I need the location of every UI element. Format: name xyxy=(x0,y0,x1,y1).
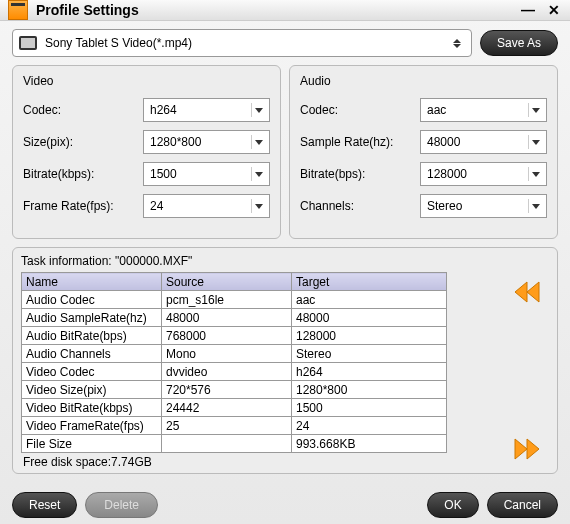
video-codec-label: Codec: xyxy=(23,103,143,117)
next-task-button[interactable] xyxy=(511,435,543,463)
audio-samplerate-dropdown[interactable]: 48000 xyxy=(420,130,547,154)
table-cell: 993.668KB xyxy=(292,435,447,453)
table-cell: 25 xyxy=(162,417,292,435)
table-row: Video Size(pix)720*5761280*800 xyxy=(22,381,447,399)
task-info-panel: Task information: "000000.MXF" NameSourc… xyxy=(12,247,558,474)
audio-channels-dropdown[interactable]: Stereo xyxy=(420,194,547,218)
chevron-down-icon xyxy=(528,167,542,181)
profile-text: Sony Tablet S Video(*.mp4) xyxy=(45,36,449,50)
video-framerate-dropdown[interactable]: 24 xyxy=(143,194,270,218)
table-cell: Audio SampleRate(hz) xyxy=(22,309,162,327)
table-row: Video Codecdvvideoh264 xyxy=(22,363,447,381)
table-cell: h264 xyxy=(292,363,447,381)
chevron-down-icon xyxy=(251,167,265,181)
table-row: Audio BitRate(bps)768000128000 xyxy=(22,327,447,345)
chevron-down-icon xyxy=(251,199,265,213)
table-row: File Size993.668KB xyxy=(22,435,447,453)
video-codec-dropdown[interactable]: h264 xyxy=(143,98,270,122)
table-cell: Video Codec xyxy=(22,363,162,381)
video-size-dropdown[interactable]: 1280*800 xyxy=(143,130,270,154)
table-cell xyxy=(162,435,292,453)
audio-codec-dropdown[interactable]: aac xyxy=(420,98,547,122)
table-cell: 48000 xyxy=(292,309,447,327)
free-disk-label: Free disk space:7.74GB xyxy=(21,453,549,469)
audio-panel: Audio Codec:aac Sample Rate(hz):48000 Bi… xyxy=(289,65,558,239)
table-row: Audio ChannelsMonoStereo xyxy=(22,345,447,363)
minimize-icon[interactable]: — xyxy=(520,2,536,18)
table-row: Video FrameRate(fps)2524 xyxy=(22,417,447,435)
table-cell: Audio BitRate(bps) xyxy=(22,327,162,345)
video-title: Video xyxy=(23,74,270,88)
bottom-bar: Reset Delete OK Cancel xyxy=(0,482,570,524)
table-cell: dvvideo xyxy=(162,363,292,381)
chevron-down-icon xyxy=(528,103,542,117)
profile-bar: Sony Tablet S Video(*.mp4) Save As xyxy=(0,21,570,65)
profile-dropdown[interactable]: Sony Tablet S Video(*.mp4) xyxy=(12,29,472,57)
table-cell: Video Size(pix) xyxy=(22,381,162,399)
table-row: Video BitRate(kbps)244421500 xyxy=(22,399,447,417)
table-cell: Mono xyxy=(162,345,292,363)
table-cell: 128000 xyxy=(292,327,447,345)
table-cell: Stereo xyxy=(292,345,447,363)
table-cell: 24 xyxy=(292,417,447,435)
table-header[interactable]: Name xyxy=(22,273,162,291)
app-icon xyxy=(8,0,28,20)
table-row: Audio SampleRate(hz)4800048000 xyxy=(22,309,447,327)
table-cell: 720*576 xyxy=(162,381,292,399)
chevron-down-icon xyxy=(528,199,542,213)
audio-codec-label: Codec: xyxy=(300,103,420,117)
reset-button[interactable]: Reset xyxy=(12,492,77,518)
table-cell: 24442 xyxy=(162,399,292,417)
chevron-down-icon xyxy=(251,103,265,117)
cancel-button[interactable]: Cancel xyxy=(487,492,558,518)
chevron-down-icon xyxy=(528,135,542,149)
close-icon[interactable]: ✕ xyxy=(546,2,562,18)
audio-channels-label: Channels: xyxy=(300,199,420,213)
table-cell: 48000 xyxy=(162,309,292,327)
audio-bitrate-dropdown[interactable]: 128000 xyxy=(420,162,547,186)
profile-settings-window: Profile Settings — ✕ Sony Tablet S Video… xyxy=(0,0,570,524)
fastforward-icon xyxy=(513,437,541,461)
video-panel: Video Codec:h264 Size(pix):1280*800 Bitr… xyxy=(12,65,281,239)
table-cell: 1500 xyxy=(292,399,447,417)
ok-button[interactable]: OK xyxy=(427,492,478,518)
save-as-button[interactable]: Save As xyxy=(480,30,558,56)
window-title: Profile Settings xyxy=(36,2,520,18)
table-cell: Video FrameRate(fps) xyxy=(22,417,162,435)
table-cell: aac xyxy=(292,291,447,309)
table-row: Audio Codecpcm_s16leaac xyxy=(22,291,447,309)
table-cell: Video BitRate(kbps) xyxy=(22,399,162,417)
table-cell: 1280*800 xyxy=(292,381,447,399)
audio-title: Audio xyxy=(300,74,547,88)
task-info-label: Task information: "000000.MXF" xyxy=(21,254,549,268)
spinner-icon[interactable] xyxy=(449,39,465,48)
table-cell: Audio Codec xyxy=(22,291,162,309)
table-cell: Audio Channels xyxy=(22,345,162,363)
video-framerate-label: Frame Rate(fps): xyxy=(23,199,143,213)
device-icon xyxy=(19,36,37,50)
audio-samplerate-label: Sample Rate(hz): xyxy=(300,135,420,149)
titlebar: Profile Settings — ✕ xyxy=(0,0,570,21)
prev-task-button[interactable] xyxy=(511,278,543,306)
task-table: NameSourceTarget Audio Codecpcm_s16leaac… xyxy=(21,272,447,453)
table-header[interactable]: Target xyxy=(292,273,447,291)
delete-button: Delete xyxy=(85,492,158,518)
table-cell: File Size xyxy=(22,435,162,453)
table-cell: pcm_s16le xyxy=(162,291,292,309)
audio-bitrate-label: Bitrate(bps): xyxy=(300,167,420,181)
video-bitrate-label: Bitrate(kbps): xyxy=(23,167,143,181)
table-header[interactable]: Source xyxy=(162,273,292,291)
video-size-label: Size(pix): xyxy=(23,135,143,149)
table-cell: 768000 xyxy=(162,327,292,345)
video-bitrate-dropdown[interactable]: 1500 xyxy=(143,162,270,186)
rewind-icon xyxy=(513,280,541,304)
chevron-down-icon xyxy=(251,135,265,149)
